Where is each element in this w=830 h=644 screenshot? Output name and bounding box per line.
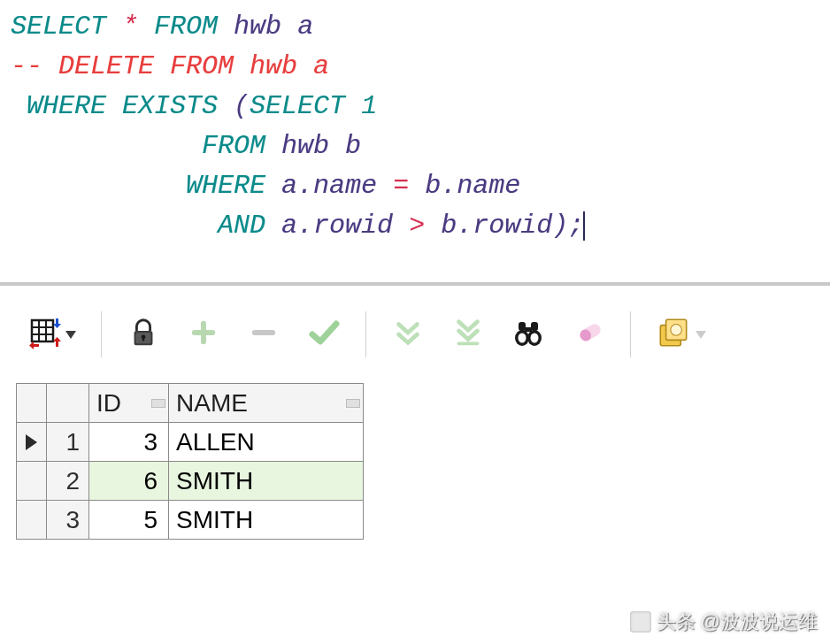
star-token: * — [122, 12, 138, 42]
cell-id[interactable]: 3 — [89, 423, 169, 462]
table-row[interactable]: 2 6 SMITH — [17, 462, 364, 501]
cell-id[interactable]: 6 — [89, 462, 169, 501]
chevron-down-icon — [65, 331, 76, 339]
column-options-icon[interactable] — [346, 399, 360, 408]
keyword-from: FROM — [154, 12, 218, 42]
row-indicator — [17, 501, 47, 540]
text-cursor — [583, 211, 585, 241]
table-row[interactable]: 3 5 SMITH — [17, 501, 364, 540]
svg-marker-6 — [53, 337, 61, 347]
results-toolbar — [0, 286, 830, 374]
sql-editor[interactable]: SELECT * FROM hwb a -- DELETE FROM hwb a… — [0, 0, 830, 286]
double-chevron-down-icon — [391, 316, 425, 354]
svg-rect-20 — [519, 322, 526, 331]
chevron-down-icon — [696, 331, 706, 339]
code-line: AND a.rowid > b.rowid); — [11, 206, 819, 246]
ident-b: b — [425, 171, 441, 201]
alias-b: b — [345, 131, 361, 161]
delete-row-button[interactable] — [242, 316, 286, 353]
ident-a: a — [281, 171, 297, 201]
code-line: SELECT * FROM hwb a — [11, 7, 819, 47]
lock-icon — [127, 316, 160, 354]
paren-open: ( — [234, 91, 250, 121]
column-label: ID — [96, 389, 121, 417]
svg-rect-11 — [142, 336, 144, 341]
ident-b: b — [441, 211, 457, 241]
code-line: -- DELETE FROM hwb a — [11, 47, 819, 87]
grid-icon — [27, 315, 62, 355]
ident-rowid: rowid — [313, 211, 393, 241]
ident-name: name — [313, 171, 377, 201]
literal-1: 1 — [361, 91, 377, 121]
dot: . — [457, 211, 473, 241]
column-header-id[interactable]: ID — [89, 384, 169, 423]
keyword-and: AND — [218, 211, 265, 241]
lock-button[interactable] — [121, 316, 165, 353]
check-icon — [306, 315, 342, 355]
binoculars-icon — [511, 315, 546, 355]
keyword-exists: EXISTS — [122, 91, 218, 121]
semicolon: ; — [568, 211, 584, 241]
svg-marker-7 — [29, 341, 39, 349]
ident-hwb: hwb — [281, 131, 329, 161]
cell-name[interactable]: SMITH — [169, 462, 364, 501]
ident-rowid: rowid — [473, 211, 552, 241]
alias-a: a — [297, 12, 313, 42]
code-line: WHERE EXISTS (SELECT 1 — [11, 87, 819, 126]
row-number: 1 — [47, 423, 89, 462]
export-icon — [655, 314, 692, 356]
column-header-name[interactable]: NAME — [169, 384, 364, 423]
row-number: 3 — [47, 501, 89, 540]
table-row[interactable]: 1 3 ALLEN — [17, 423, 364, 462]
keyword-from: FROM — [202, 131, 265, 161]
filter-button[interactable] — [566, 316, 611, 353]
row-indicator-header — [17, 384, 47, 423]
svg-marker-5 — [53, 318, 61, 328]
svg-rect-22 — [525, 327, 532, 332]
table-header-row: ID NAME — [17, 384, 364, 423]
code-line: WHERE a.name = b.name — [11, 166, 819, 206]
grid-view-button[interactable] — [21, 316, 81, 353]
svg-rect-0 — [32, 320, 53, 341]
ident-hwb: hwb — [234, 12, 281, 42]
toolbar-separator — [630, 311, 631, 357]
plus-icon — [188, 318, 219, 352]
op-gt: > — [409, 211, 425, 241]
double-chevron-down-bar-icon — [451, 316, 485, 354]
keyword-where: WHERE — [186, 171, 265, 201]
op-eq: = — [393, 171, 409, 201]
watermark-logo-icon — [630, 611, 651, 632]
column-options-icon[interactable] — [151, 399, 165, 408]
svg-rect-21 — [531, 322, 538, 331]
results-table[interactable]: ID NAME 1 3 ALLEN 2 6 SMITH 3 5 SMITH — [16, 383, 364, 540]
svg-point-27 — [671, 324, 682, 335]
fetch-all-button[interactable] — [446, 316, 490, 353]
svg-point-19 — [531, 333, 539, 342]
dot: . — [297, 171, 313, 201]
minus-icon — [249, 318, 279, 352]
cell-id[interactable]: 5 — [89, 501, 169, 540]
keyword-select: SELECT — [250, 91, 345, 121]
row-indicator — [17, 462, 47, 501]
paren-close: ) — [552, 211, 568, 241]
watermark: 头条 @波波说运维 — [630, 609, 818, 635]
comment-dash: -- — [11, 51, 58, 81]
add-row-button[interactable] — [181, 316, 226, 353]
watermark-text: 头条 @波波说运维 — [657, 609, 818, 635]
cell-name[interactable]: ALLEN — [169, 423, 364, 462]
dot: . — [441, 171, 457, 201]
toolbar-separator — [365, 311, 366, 357]
svg-point-18 — [519, 333, 526, 342]
commit-button[interactable] — [302, 316, 346, 353]
dot: . — [297, 211, 313, 241]
comment-text: DELETE FROM hwb a — [58, 51, 329, 81]
current-row-pointer-icon — [26, 434, 37, 450]
export-button[interactable] — [650, 316, 711, 353]
find-button[interactable] — [506, 316, 550, 353]
code-line: FROM hwb b — [11, 126, 819, 166]
column-label: NAME — [176, 389, 248, 417]
cell-name[interactable]: SMITH — [169, 501, 364, 540]
row-indicator — [17, 423, 47, 462]
fetch-next-button[interactable] — [386, 316, 430, 353]
ident-a: a — [281, 211, 297, 241]
